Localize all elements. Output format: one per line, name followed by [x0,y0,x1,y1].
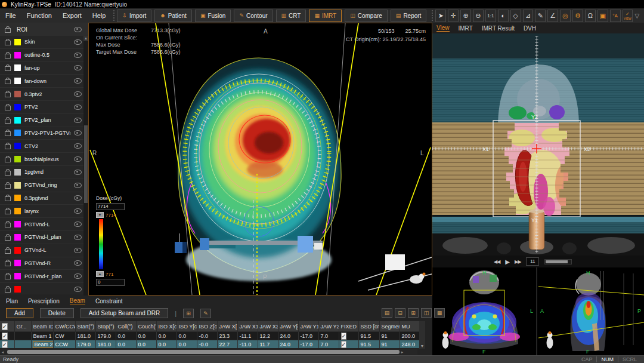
lock-icon[interactable] [5,184,11,189]
eye-icon[interactable] [74,130,82,136]
dose-min-input[interactable]: 0 [96,279,125,286]
lock-icon[interactable] [5,288,11,293]
scroll-down-icon[interactable]: ▼ [419,344,425,348]
roi-item[interactable]: fan-down [0,75,83,88]
lock-icon[interactable] [5,223,11,227]
lock-icon[interactable] [5,79,11,84]
eye-icon[interactable] [74,260,82,266]
roi-item[interactable]: PGTVnd-r_plan [0,270,83,283]
eye-icon[interactable] [74,170,82,175]
patient-button[interactable]: ☻Patient [154,10,192,22]
zoom-in-icon[interactable]: ⊕ [460,10,471,22]
panel-tool-icon-1[interactable]: ▤ [382,308,392,318]
pan-icon[interactable]: ✛ [448,10,459,22]
save-icon[interactable]: ▣ [597,10,608,22]
scroll-left-icon[interactable]: ◂ [0,349,5,355]
beams-eye-view[interactable]: X1 X2 Y2 Y1 [432,33,644,256]
play-icon[interactable]: ▶ [505,259,509,265]
roi-item-skin[interactable]: Skin [0,36,83,49]
eye-icon[interactable] [74,91,82,97]
target-icon[interactable]: ◎ [560,10,571,22]
isocenter-icon[interactable]: ◇ [510,10,521,22]
roi-item[interactable]: PTV2 [0,101,83,114]
tab-imrt-result[interactable]: IMRT Result [482,25,515,32]
colorbar-max-handle[interactable]: ▼ [96,212,104,218]
lock-icon[interactable] [5,210,11,214]
eye-icon[interactable] [74,78,82,84]
roi-item[interactable] [0,283,83,294]
lock-icon[interactable] [5,196,11,201]
measure-icon[interactable]: ✎ [535,10,546,22]
lock-icon[interactable] [5,93,11,97]
row-checkbox[interactable] [0,332,14,340]
menu-file[interactable]: File [0,12,21,19]
eye-icon[interactable] [74,39,82,45]
panel-tool-icon-2[interactable]: ⊟ [395,308,405,318]
table-horizontal-scrollbar[interactable]: ◂ ▸ [0,349,417,355]
angle-icon[interactable]: ∠ [547,10,558,22]
roi-item[interactable]: 1pgtvnd [0,166,83,179]
actual-size-icon[interactable]: 1:1 [485,10,496,22]
eye-icon[interactable] [74,156,82,162]
roi-scrollbar[interactable]: ▲ [83,36,88,296]
colorbar-min-handle[interactable]: ▲ [96,271,104,277]
roi-item[interactable]: PGTVnd-l_plan [0,231,83,244]
fixed-checkbox[interactable] [339,340,358,349]
menu-function[interactable]: Function [21,12,57,19]
eye-icon[interactable] [74,222,82,227]
pointer-icon[interactable]: ➤ [435,10,446,22]
lock-icon[interactable]: Ω [585,10,596,22]
roi-item[interactable]: fan-up [0,62,83,75]
lock-icon[interactable] [5,54,11,59]
annotation-icon[interactable]: °A [610,10,621,22]
lock-icon[interactable] [5,158,11,162]
lock-icon[interactable] [5,106,11,110]
fast-forward-icon[interactable]: ▶▶ [515,259,521,264]
scroll-up-icon[interactable]: ▲ [83,36,88,41]
playback-slider[interactable] [544,259,572,264]
eye-icon[interactable] [74,183,82,188]
crt-button[interactable]: ▥CRT [276,10,306,22]
roi-item[interactable]: PGTVnd-L [0,218,83,231]
scrollbar-thumb[interactable] [84,125,88,203]
eye-icon[interactable] [74,248,82,253]
eye-icon[interactable] [74,53,82,58]
imrt-button[interactable]: ▦IMRT [309,10,342,22]
beam-row-1[interactable]: Beam 1 CW 181.0 179.0 0.0 0.0 0.0 0.0 -0… [0,332,419,340]
roi-item[interactable]: outline-0.5 [0,49,83,62]
roi-item[interactable]: larynx [0,205,83,218]
scroll-right-icon[interactable]: ▸ [400,349,405,355]
table-vertical-scrollbar[interactable]: ▼ [419,321,425,349]
coronal-sagittal-views[interactable]: H R L F H A P F [432,267,644,355]
roi-item[interactable]: 0.3pgtvnd [0,192,83,205]
eye-icon[interactable] [74,235,82,240]
roi-item[interactable]: CTV2 [0,140,83,153]
fixed-checkbox[interactable] [339,332,358,340]
profile-icon[interactable]: ⊿ [523,10,534,22]
panel-tool-icon-5[interactable]: ▦ [434,308,445,318]
lock-icon[interactable] [5,131,11,136]
eye-icon[interactable] [74,287,82,292]
tab-imrt[interactable]: IMRT [459,25,473,32]
rewind-icon[interactable]: ◀◀ [494,259,500,264]
lock-icon[interactable] [5,28,11,33]
select-all-checkbox[interactable] [0,321,14,332]
toolbar-overflow-icon[interactable]: ▽ [634,13,639,19]
menu-help[interactable]: Help [87,12,112,19]
copy-beam-icon[interactable]: ⊞ [183,309,194,318]
import-button[interactable]: ⇩Import [117,10,151,22]
report-button[interactable]: ▤Report [391,10,427,22]
zoom-out-icon[interactable]: ⊖ [473,10,484,22]
add-beam-button[interactable]: Add [6,308,33,318]
contour-button[interactable]: ✎Contour [234,10,273,22]
delete-beam-button[interactable]: Delete [40,308,74,318]
tab-prescription[interactable]: Prescription [28,298,60,304]
lock-icon[interactable] [5,249,11,254]
roi-item[interactable]: PGTVnd-R [0,257,83,270]
row-checkbox[interactable] [0,340,14,349]
lock-icon[interactable] [5,171,11,176]
roi-item[interactable]: 0.3ptv2 [0,88,83,101]
menu-export[interactable]: Export [57,12,87,19]
roi-item[interactable]: brachialplexus [0,153,83,166]
machine-icon[interactable]: ⚙ [572,10,583,22]
